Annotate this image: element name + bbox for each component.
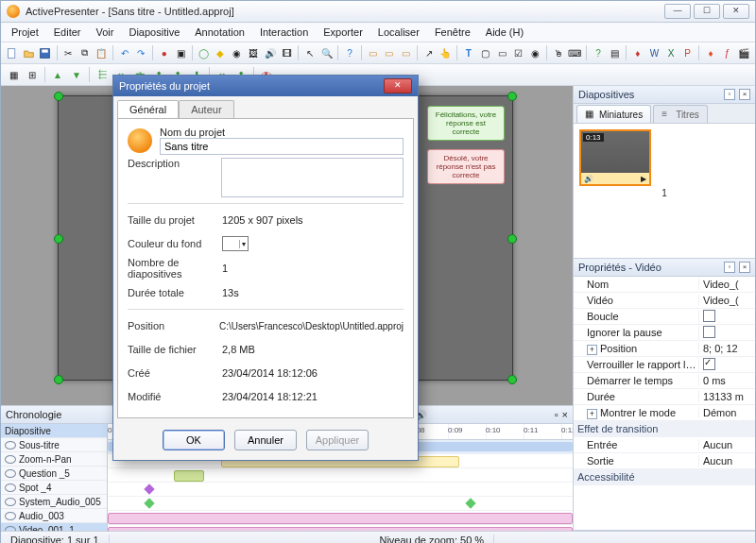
menu-editer[interactable]: Editer	[47, 25, 88, 40]
cursor-icon[interactable]: ↖	[302, 44, 318, 61]
menu-interaction[interactable]: Interaction	[253, 25, 315, 40]
properties-grid[interactable]: NomVideo_(VidéoVideo_(BoucleIgnorer la p…	[574, 277, 755, 530]
maximize-button[interactable]: ☐	[694, 4, 720, 19]
checkbox-icon[interactable]: ☑	[511, 44, 526, 61]
minimize-button[interactable]: —	[664, 4, 691, 19]
highlight-icon[interactable]: ◆	[214, 44, 229, 61]
cancel-button[interactable]: Annuler	[234, 430, 297, 450]
audio-icon[interactable]: 🔊	[263, 44, 278, 61]
eye-icon[interactable]	[5, 484, 16, 492]
eye-icon[interactable]	[5, 512, 16, 520]
send-back-icon[interactable]: ▼	[68, 66, 85, 83]
copy-icon[interactable]: ⧉	[77, 44, 93, 61]
new-icon[interactable]	[5, 44, 20, 61]
tab-miniatures[interactable]: ▦Miniatures	[576, 105, 651, 123]
menu-localiser[interactable]: Localiser	[371, 25, 426, 40]
radio-icon[interactable]: ◉	[527, 44, 542, 61]
resize-handle[interactable]	[507, 92, 517, 101]
feedback-correct[interactable]: Félicitations, votre réponse est correct…	[427, 106, 505, 141]
track-question[interactable]: Question _5	[1, 467, 107, 481]
menu-aide[interactable]: Aide (H)	[479, 25, 530, 40]
snap-icon[interactable]: ⊞	[24, 66, 41, 83]
text-icon[interactable]: T	[461, 44, 476, 61]
undo-icon[interactable]: ↶	[117, 44, 132, 61]
export-html5-icon[interactable]: ♦	[703, 44, 718, 61]
eye-icon[interactable]	[5, 455, 16, 464]
track-spot[interactable]: Spot _4	[1, 481, 107, 495]
timeline-pin-icon[interactable]: ▫	[555, 409, 558, 420]
menu-projet[interactable]: Projet	[5, 25, 45, 40]
track-audio[interactable]: Audio_003	[1, 509, 107, 523]
open-icon[interactable]	[22, 44, 37, 61]
button-icon[interactable]: ▭	[494, 44, 509, 61]
slide-thumbnail[interactable]: 0:13 🔊▶	[579, 129, 651, 186]
menu-voir[interactable]: Voir	[90, 25, 121, 40]
align-left-icon[interactable]: ⬱	[94, 66, 111, 83]
tab-titres[interactable]: ≡Titres	[653, 105, 708, 123]
bring-front-icon[interactable]: ▲	[49, 66, 66, 83]
track-sysaudio[interactable]: System_Audio_005	[1, 495, 107, 509]
resize-handle[interactable]	[507, 234, 517, 244]
resize-handle[interactable]	[54, 234, 63, 244]
export-excel-icon[interactable]: X	[663, 44, 679, 61]
video-icon[interactable]: 🎞	[280, 44, 295, 61]
track-diapositive[interactable]: Diapositive	[1, 424, 107, 438]
cursor-path-icon[interactable]: ↗	[421, 44, 437, 61]
menu-exporter[interactable]: Exporter	[317, 25, 369, 40]
ok-button[interactable]: OK	[163, 430, 225, 450]
help-icon[interactable]: ?	[342, 44, 357, 61]
feedback-incorrect[interactable]: Désolé, votre réponse n'est pas correcte	[427, 149, 505, 184]
eye-icon[interactable]	[5, 526, 16, 532]
dialog-close-button[interactable]: ✕	[384, 78, 412, 93]
export-ppt-icon[interactable]: P	[680, 44, 696, 61]
panel-close-icon[interactable]: ×	[739, 262, 750, 273]
tab-general[interactable]: Général	[117, 100, 179, 118]
key-stroke-icon[interactable]: ⌨	[567, 44, 582, 61]
pin-icon[interactable]: ▫	[724, 262, 735, 273]
textbox-icon[interactable]: ▢	[478, 44, 493, 61]
description-input[interactable]	[221, 158, 404, 197]
eye-icon[interactable]	[5, 498, 16, 506]
export-pdf-icon[interactable]: ♦	[630, 44, 645, 61]
menu-annotation[interactable]: Annotation	[188, 25, 251, 40]
grid-icon[interactable]: ▦	[5, 66, 22, 83]
report-icon[interactable]: ▤	[608, 44, 623, 61]
zoom-icon[interactable]: 🔍	[319, 44, 335, 61]
callout-icon[interactable]: ▭	[366, 44, 381, 61]
cut-icon[interactable]: ✂	[61, 44, 77, 61]
track-zoom[interactable]: Zoom-n-Pan	[1, 452, 107, 467]
resize-handle[interactable]	[54, 92, 63, 101]
pin-icon[interactable]: ▫	[724, 89, 735, 100]
image-icon[interactable]: 🖼	[247, 44, 262, 61]
shape-icon[interactable]: ◯	[197, 44, 212, 61]
export-video-icon[interactable]: 🎬	[736, 44, 751, 61]
capture-icon[interactable]: ▣	[174, 44, 189, 61]
resize-handle[interactable]	[507, 375, 517, 384]
paste-icon[interactable]: 📋	[94, 44, 110, 61]
menu-fenetre[interactable]: Fenêtre	[428, 25, 477, 40]
save-icon[interactable]	[38, 44, 53, 61]
gesture-icon[interactable]: 👆	[438, 44, 454, 61]
spotlight-icon[interactable]: ◉	[230, 44, 245, 61]
resize-handle[interactable]	[54, 375, 63, 384]
track-video[interactable]: Video_001_1	[1, 523, 107, 531]
close-button[interactable]: ✕	[723, 4, 749, 19]
eye-icon[interactable]	[5, 469, 16, 478]
panel-close-icon[interactable]: ×	[739, 89, 750, 100]
callout2-icon[interactable]: ▭	[382, 44, 397, 61]
apply-button[interactable]: Appliquer	[306, 430, 369, 450]
eye-icon[interactable]	[5, 441, 16, 450]
tab-auteur[interactable]: Auteur	[179, 100, 233, 118]
bgcolor-picker[interactable]	[222, 236, 249, 251]
timeline-close-icon[interactable]: ×	[562, 409, 568, 420]
callout3-icon[interactable]: ▭	[399, 44, 414, 61]
menu-diapositive[interactable]: Diapositive	[122, 25, 186, 40]
project-name-input[interactable]	[160, 138, 404, 155]
export-flash-icon[interactable]: ƒ	[720, 44, 735, 61]
quiz-icon[interactable]: ?	[591, 44, 606, 61]
record-icon[interactable]: ●	[157, 44, 172, 61]
redo-icon[interactable]: ↷	[134, 44, 149, 61]
mouse-click-icon[interactable]: 🖱	[551, 44, 566, 61]
track-soustitre[interactable]: Sous-titre	[1, 438, 107, 452]
export-word-icon[interactable]: W	[647, 44, 662, 61]
